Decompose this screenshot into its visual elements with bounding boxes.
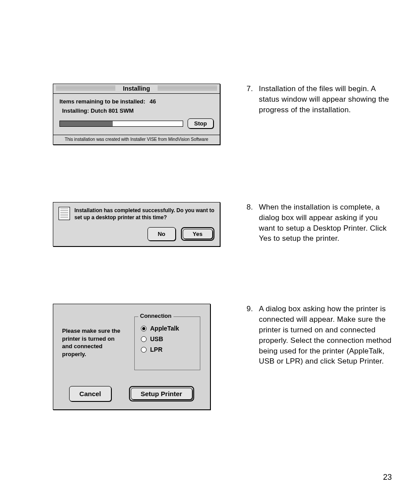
radio-icon: [141, 326, 147, 331]
install-progress-bar: [59, 121, 183, 127]
items-remaining-text: Items remaining to be installed:: [59, 98, 145, 105]
connection-dialog: Please make sure the printer is turned o…: [53, 304, 210, 410]
completion-message: Installation has completed successfully.…: [74, 207, 214, 221]
items-remaining-count: 46: [150, 98, 156, 105]
step-number: 9.: [247, 304, 259, 367]
radio-appletalk[interactable]: AppleTalk: [141, 325, 192, 332]
default-button-ring: Setup Printer: [129, 386, 194, 401]
step-8: 8. When the installation is complete, a …: [247, 202, 394, 244]
default-button-ring: Yes: [181, 227, 214, 241]
radio-usb[interactable]: USB: [141, 335, 192, 342]
step-text: When the installation is complete, a dia…: [259, 202, 394, 244]
radio-lpr[interactable]: LPR: [141, 346, 192, 353]
installing-file-label: Installing: Dutch 801 SWM: [59, 107, 214, 114]
step-text: A dialog box asking how the printer is c…: [259, 304, 394, 367]
cancel-button[interactable]: Cancel: [69, 386, 111, 401]
installer-credit: This installation was created with Insta…: [53, 135, 220, 144]
radio-icon: [141, 347, 147, 353]
step-9: 9. A dialog box asking how the printer i…: [247, 304, 394, 367]
installing-dialog: Installing Items remaining to be install…: [53, 84, 220, 145]
connection-group-label: Connection: [138, 313, 173, 319]
completion-dialog: Installation has completed successfully.…: [53, 202, 220, 246]
yes-button[interactable]: Yes: [183, 229, 213, 239]
step-7: 7. Installation of the files will begin.…: [247, 84, 394, 115]
setup-printer-button[interactable]: Setup Printer: [131, 388, 192, 400]
no-button[interactable]: No: [147, 227, 175, 241]
step-number: 8.: [247, 202, 259, 244]
step-text: Installation of the files will begin. A …: [259, 84, 394, 115]
printer-icon: [59, 207, 70, 220]
stop-button[interactable]: Stop: [188, 118, 214, 129]
radio-label: USB: [150, 335, 163, 342]
connection-instruction: Please make sure the printer is turned o…: [62, 316, 124, 370]
install-progress-fill: [60, 121, 113, 126]
items-remaining-label: Items remaining to be installed: 46: [59, 98, 214, 105]
dialog-title: Installing: [53, 84, 220, 93]
connection-group: Connection AppleTalk USB LPR: [134, 316, 200, 370]
radio-label: AppleTalk: [150, 325, 179, 332]
page-number: 23: [383, 473, 392, 482]
radio-icon: [141, 336, 147, 342]
radio-label: LPR: [150, 346, 162, 353]
step-number: 7.: [247, 84, 259, 115]
